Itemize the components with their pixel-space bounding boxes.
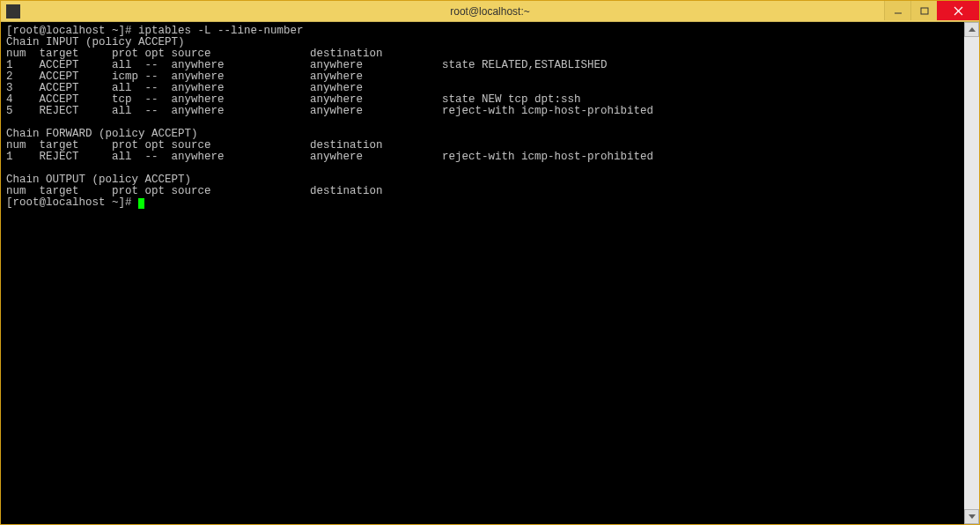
scroll-track[interactable] (964, 37, 979, 509)
terminal-output[interactable]: [root@localhost ~]# iptables -L --line-n… (1, 22, 964, 524)
chevron-down-icon (969, 514, 976, 519)
table-row: 1 ACCEPT all -- anywhere anywhere state … (6, 59, 614, 71)
titlebar[interactable]: root@localhost:~ (1, 1, 979, 22)
table-row: 2 ACCEPT icmp -- anywhere anywhere (6, 70, 442, 83)
chain-input-header: Chain INPUT (policy ACCEPT) (6, 36, 185, 48)
maximize-button[interactable] (910, 1, 937, 20)
prompt-line: [root@localhost ~]# iptables -L --line-n… (6, 25, 304, 37)
scroll-up-button[interactable] (964, 22, 979, 37)
chain-output-header: Chain OUTPUT (policy ACCEPT) (6, 174, 191, 186)
table-header: num target prot opt source destination (6, 48, 442, 60)
prompt-line: [root@localhost ~]# (6, 196, 144, 209)
window-controls (884, 1, 979, 20)
vertical-scrollbar[interactable] (964, 22, 979, 524)
scroll-down-button[interactable] (964, 509, 979, 524)
table-header: num target prot opt source destination (6, 139, 442, 152)
close-button[interactable] (937, 1, 979, 20)
chevron-up-icon (969, 27, 976, 32)
prompt: [root@localhost ~]# (6, 196, 138, 209)
minimize-icon (894, 6, 903, 15)
table-row: 4 ACCEPT tcp -- anywhere anywhere state … (6, 93, 587, 106)
cursor (138, 198, 144, 209)
table-header: num target prot opt source destination (6, 185, 442, 197)
app-icon (6, 4, 20, 18)
terminal-area: [root@localhost ~]# iptables -L --line-n… (1, 22, 979, 524)
maximize-icon (920, 6, 929, 15)
table-row: 1 REJECT all -- anywhere anywhere reject… (6, 151, 660, 163)
table-row: 3 ACCEPT all -- anywhere anywhere (6, 82, 442, 94)
svg-rect-1 (921, 8, 928, 14)
chain-forward-header: Chain FORWARD (policy ACCEPT) (6, 128, 198, 140)
window-title: root@localhost:~ (450, 5, 530, 18)
terminal-window: root@localhost:~ [root@localhost ~]# ipt… (0, 0, 980, 525)
table-row: 5 REJECT all -- anywhere anywhere reject… (6, 105, 660, 117)
close-icon (954, 6, 963, 16)
prompt: [root@localhost ~]# (6, 25, 138, 37)
minimize-button[interactable] (884, 1, 910, 20)
command-text: iptables -L --line-number (138, 25, 304, 37)
